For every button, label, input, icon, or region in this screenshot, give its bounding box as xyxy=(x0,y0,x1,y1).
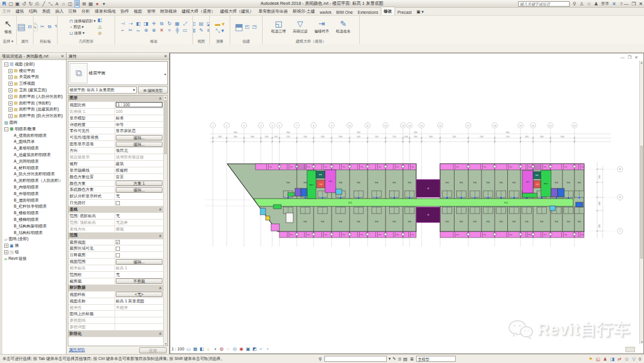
trim-extend-icon[interactable]: ⌐ xyxy=(119,28,127,34)
browser-item-B_栏杆扶手明细表[interactable]: B_栏杆扶手明细表 xyxy=(3,204,66,211)
trim-corner-icon[interactable]: ⌙ xyxy=(135,28,142,34)
open-icon[interactable]: ▢ xyxy=(8,1,13,7)
align-icon[interactable]: ⊣ xyxy=(119,21,127,27)
tab-附加模块[interactable]: 附加模块 xyxy=(158,7,179,15)
tab-Extensions[interactable]: Extensions xyxy=(355,9,380,15)
browser-item-A_防火分区面积明细表[interactable]: A_防火分区面积明细表 xyxy=(3,172,66,178)
minimize-icon[interactable]: — xyxy=(624,1,628,7)
tab-单安数据导出器[interactable]: 单安数据导出器 xyxy=(256,7,290,15)
type-selector[interactable]: ⧉ 楼层平面 ▾ xyxy=(68,61,168,85)
delete-icon[interactable]: ✕ xyxy=(158,28,165,34)
background-process-icon[interactable]: ⊙ xyxy=(624,356,629,362)
tab-Precast[interactable]: Precast xyxy=(395,9,414,15)
array-icon[interactable]: ▦ xyxy=(174,21,181,27)
collapse-icon[interactable]: ∧ xyxy=(159,96,162,101)
cut-profile-icon[interactable]: ▥ xyxy=(193,28,197,34)
prop-value[interactable]: 显示原状态 xyxy=(115,128,163,134)
browser-item-A_总建筑面积明细表[interactable]: A_总建筑面积明细表 xyxy=(3,152,66,158)
tab-协作[interactable]: 协作 xyxy=(118,7,131,15)
instance-selector[interactable]: 楼层平面: 标高 1 灰显底图▾ xyxy=(68,86,137,94)
prop-value[interactable]: 建筑 xyxy=(115,161,163,167)
tab-weArk[interactable]: weArk xyxy=(317,9,333,15)
copy-icon[interactable]: ⧉ xyxy=(158,21,165,27)
family-properties-icon[interactable]: ⊟ xyxy=(27,24,33,30)
prop-button-编辑...[interactable]: 编辑... xyxy=(116,142,162,147)
revit-r-logo-icon[interactable]: R xyxy=(2,1,7,7)
close-icon[interactable]: ✕ xyxy=(59,54,64,59)
browser-item-面积平面 (总建筑面积)[interactable]: +▤面积平面 (总建筑面积) xyxy=(3,107,66,113)
browser-item-楼层平面[interactable]: +▤楼层平面 xyxy=(3,68,66,74)
design-options-dropdown[interactable]: 主模型 xyxy=(416,356,456,362)
chevron-down-icon[interactable]: ▾ xyxy=(389,356,390,361)
prop-value[interactable]: 俯视 xyxy=(115,226,163,232)
modify-select-button[interactable]: ↖修改 xyxy=(4,19,12,35)
undo-icon[interactable]: ↺ xyxy=(22,1,26,7)
tab-插入[interactable]: 插入 xyxy=(53,7,66,15)
thin-lines-toggle-icon[interactable]: ◫ xyxy=(193,21,197,27)
prop-button-方案 1[interactable]: 方案 1 xyxy=(116,181,162,186)
close-icon[interactable]: ✕ xyxy=(639,1,643,7)
sign-in-link[interactable]: 登录 xyxy=(601,1,609,7)
prop-section-标识数据[interactable]: 标识数据∧ xyxy=(68,285,163,292)
reveal-hidden-icon[interactable]: ◉ xyxy=(239,346,243,352)
remove-hidden-icon[interactable]: ◪ xyxy=(206,21,210,27)
prop-section-范围[interactable]: 范围∧ xyxy=(68,233,163,239)
prop-value[interactable] xyxy=(115,252,163,258)
text-icon[interactable]: A xyxy=(55,1,59,7)
prop-value[interactable]: 不相关 xyxy=(115,305,163,311)
help-icon[interactable]: ? xyxy=(619,1,624,7)
prop-button-<无>[interactable]: <无> xyxy=(116,292,162,297)
browser-item-三维视图[interactable]: +▤三维视图 xyxy=(3,80,66,87)
browser-item-B_外墙明细表[interactable]: B_外墙明细表 xyxy=(3,191,66,197)
drawing-area[interactable]: —❒✕ 123456789101112131415161718192021222… xyxy=(170,53,644,354)
paint-icon[interactable]: ◧ xyxy=(97,17,103,23)
offset-icon[interactable]: ⇢ xyxy=(127,21,134,27)
prop-section-阶段化[interactable]: 阶段化∧ xyxy=(68,331,163,337)
prop-value[interactable]: 100 xyxy=(115,109,163,115)
tab-结构[interactable]: 结构 xyxy=(26,7,40,15)
split-element-icon[interactable]: ✂ xyxy=(127,28,134,34)
search-icon[interactable]: ⚲ xyxy=(572,1,577,7)
crop-view-icon[interactable]: ◍ xyxy=(219,346,224,352)
analytical-model-icon[interactable]: ◩ xyxy=(252,346,257,352)
tab-BIM One[interactable]: BIM One xyxy=(334,9,356,15)
demolish-icon[interactable]: ⊘ xyxy=(97,31,103,37)
render-icon[interactable]: ● xyxy=(95,1,100,7)
tab-视图[interactable]: 视图 xyxy=(131,7,145,15)
prop-button-编辑...[interactable]: 编辑... xyxy=(116,259,162,265)
prop-value[interactable]: 中等 xyxy=(115,122,163,128)
match-type-icon[interactable]: ✎ xyxy=(54,24,57,30)
tab-建筑[interactable]: 建筑 xyxy=(13,7,26,15)
tab-系统[interactable]: 系统 xyxy=(40,7,53,15)
mirror-pick-icon[interactable]: ◧ xyxy=(135,21,142,27)
browser-item-面积平面 (防火分区面积)[interactable]: +▤面积平面 (防火分区面积) xyxy=(3,113,66,119)
close-icon[interactable]: ✕ xyxy=(162,54,167,59)
scale-icon[interactable]: ⤢ xyxy=(182,21,189,27)
prop-value[interactable]: 编辑... xyxy=(115,141,163,147)
collapse-icon[interactable]: ∧ xyxy=(159,207,162,212)
expand-icon[interactable]: + xyxy=(8,114,13,118)
prop-value[interactable]: ✓ xyxy=(115,239,163,245)
collapse-icon[interactable]: − xyxy=(4,62,8,67)
properties-button[interactable]: ▤ xyxy=(17,22,25,32)
browser-item-A_使用面积明细表[interactable]: A_使用面积明细表 xyxy=(3,133,66,139)
advanced-filter-button[interactable]: ▽高级过滤 xyxy=(290,20,311,34)
expand-icon[interactable]: + xyxy=(8,101,13,106)
browser-item-B_内墙明细表[interactable]: B_内墙明细表 xyxy=(3,184,66,191)
match-properties-icon[interactable]: ≈ xyxy=(166,28,173,34)
browser-item-A_房间明细表[interactable]: A_房间明细表 xyxy=(3,158,66,165)
prop-value[interactable]: 不剪裁 xyxy=(115,278,163,284)
prop-value[interactable]: 1 : 100 xyxy=(115,102,163,108)
switch-windows-icon[interactable]: ▦ xyxy=(88,1,93,7)
browser-item-面积平面 (人防分区面积)[interactable]: +▤面积平面 (人防分区面积) xyxy=(3,94,66,100)
view-restore-icon[interactable]: ❒ xyxy=(628,55,631,60)
prop-value[interactable]: 无 xyxy=(115,193,163,199)
browser-item-A_图纸目录[interactable]: A_图纸目录 xyxy=(3,139,66,146)
browser-item-Revit 链接[interactable]: ∞Revit 链接 xyxy=(3,256,66,262)
expand-icon[interactable]: + xyxy=(8,75,13,79)
save-icon[interactable]: ▣ xyxy=(15,1,20,7)
box-select-3d-button[interactable]: ◱框选三维 xyxy=(269,20,289,34)
aligned-dimension-icon[interactable]: ⤡ xyxy=(48,1,53,7)
floor-plan-drawing[interactable]: 1234567891011121314151617181920212224001… xyxy=(170,53,644,354)
cut-geometry-button[interactable]: ◔剪切 ▾ xyxy=(70,25,84,30)
